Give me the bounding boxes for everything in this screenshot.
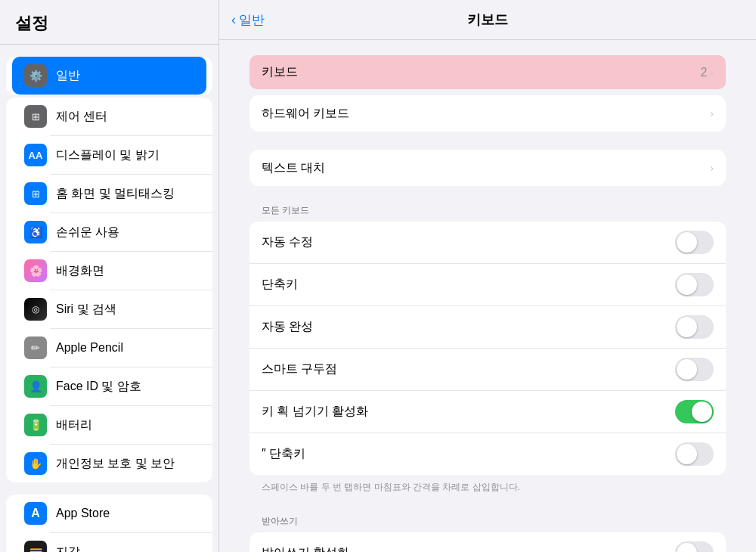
hardware-keyboard-row[interactable]: 하드웨어 키보드 ›	[249, 95, 726, 132]
key-flick-row: 키 획 넘기기 활성화	[249, 391, 726, 433]
smart-punctuation-row: 스마트 구두점	[249, 349, 726, 391]
display-icon: AA	[24, 144, 47, 166]
apple-pencil-icon: ✏	[24, 336, 47, 359]
shortcuts-label: 단축키	[262, 277, 675, 293]
sidebar-item-wallet[interactable]: 💳 지갑	[12, 533, 206, 552]
sidebar-item-battery[interactable]: 🔋 배터리	[12, 406, 206, 444]
toggle-knob	[677, 317, 697, 337]
text-replace-chevron: ›	[710, 162, 714, 174]
shortcuts-row: 단축키	[249, 264, 726, 306]
sidebar-item-label: 홈 화면 및 멀티태스킹	[56, 186, 175, 202]
dictation-enable-toggle[interactable]	[675, 541, 714, 552]
sidebar-item-label: 일반	[56, 68, 80, 84]
sidebar-item-label: Face ID 및 암호	[56, 379, 141, 395]
smart-punctuation-toggle[interactable]	[675, 358, 714, 381]
settings-content: 키보드 2 › 하드웨어 키보드 › 텍스트 대치 ›	[219, 40, 756, 552]
double-space-label: ″ 단축키	[262, 446, 675, 462]
wallpaper-icon: 🌸	[24, 259, 47, 282]
double-space-note: 스페이스 바를 두 번 탭하면 마침표와 간격을 차례로 삽입합니다.	[249, 478, 726, 497]
sidebar-item-faceid[interactable]: 👤 Face ID 및 암호	[12, 367, 206, 405]
keyboard-row-value: 2	[700, 66, 707, 79]
main-content: ‹ 일반 키보드 키보드 2 › 하드웨어 키보드 ›	[219, 0, 756, 552]
toggle-knob	[677, 444, 697, 464]
toggle-knob	[677, 543, 697, 552]
toggle-knob	[677, 232, 697, 253]
dictation-label: 받아쓰기	[249, 515, 726, 528]
keyboard-row-label: 키보드	[262, 64, 700, 80]
key-flick-label: 키 획 넘기기 활성화	[262, 404, 675, 420]
all-keyboards-card: 자동 수정 단축키 자동 완성	[249, 222, 726, 475]
double-space-toggle[interactable]	[675, 442, 714, 466]
nav-settings-card: 하드웨어 키보드 ›	[249, 95, 726, 132]
all-keyboards-label: 모든 키보드	[249, 204, 726, 217]
auto-correct-label: 자동 수정	[262, 234, 675, 250]
toggle-knob	[692, 402, 712, 422]
homescreen-icon: ⊞	[24, 182, 47, 205]
sidebar-item-label: 배터리	[56, 417, 92, 433]
dictation-enable-row: 받아쓰기 활성화	[249, 532, 726, 552]
text-replace-card: 텍스트 대치 ›	[249, 150, 726, 186]
sidebar-item-label: App Store	[56, 507, 110, 520]
sidebar-header: 설정	[0, 0, 218, 45]
sidebar: 설정 ⚙️ 일반 ⊞ 제어 센터 AA 디스플레이 및 밝기 ⊞ 홈 화면 및 …	[0, 0, 219, 552]
sidebar-item-label: 개인정보 보호 및 보안	[56, 456, 175, 472]
key-flick-toggle[interactable]	[675, 400, 714, 423]
sidebar-item-control-center[interactable]: ⊞ 제어 센터	[12, 98, 206, 135]
auto-correct-toggle[interactable]	[675, 231, 714, 254]
sidebar-item-label: Siri 및 검색	[56, 302, 116, 318]
sidebar-item-siri[interactable]: ◎ Siri 및 검색	[12, 290, 206, 328]
sidebar-item-label: 지갑	[56, 544, 80, 553]
control-center-icon: ⊞	[24, 105, 47, 128]
sidebar-item-wallpaper[interactable]: 🌸 배경화면	[12, 252, 206, 290]
dictation-enable-label: 받아쓰기 활성화	[262, 545, 675, 552]
shortcuts-toggle[interactable]	[675, 273, 714, 296]
sidebar-item-label: 배경화면	[56, 263, 104, 279]
keyboard-chevron-icon: ›	[710, 67, 714, 79]
toggle-knob	[677, 274, 697, 295]
auto-correct-row: 자동 수정	[249, 222, 726, 264]
keyboard-highlighted-row[interactable]: 키보드 2 ›	[249, 55, 726, 89]
auto-complete-toggle[interactable]	[675, 315, 714, 339]
smart-punctuation-label: 스마트 구두점	[262, 361, 675, 377]
double-space-row: ″ 단축키	[249, 433, 726, 475]
main-header: ‹ 일반 키보드	[219, 0, 756, 40]
text-replace-row[interactable]: 텍스트 대치 ›	[249, 150, 726, 186]
sidebar-item-label: Apple Pencil	[56, 341, 123, 355]
hardware-keyboard-chevron: ›	[710, 107, 714, 119]
sidebar-item-general[interactable]: ⚙️ 일반	[12, 57, 206, 95]
sidebar-item-homescreen[interactable]: ⊞ 홈 화면 및 멀티태스킹	[12, 175, 206, 212]
back-chevron-icon: ‹	[231, 12, 236, 28]
general-icon: ⚙️	[24, 64, 47, 87]
sidebar-item-label: 디스플레이 및 밝기	[56, 147, 160, 163]
back-button[interactable]: ‹ 일반	[231, 11, 265, 29]
hardware-keyboard-label: 하드웨어 키보드	[262, 106, 710, 122]
sidebar-item-display[interactable]: AA 디스플레이 및 밝기	[12, 136, 206, 174]
auto-complete-label: 자동 완성	[262, 319, 675, 335]
appstore-icon: A	[24, 502, 47, 525]
auto-complete-row: 자동 완성	[249, 306, 726, 349]
accessibility-icon: ♿	[24, 221, 47, 243]
siri-icon: ◎	[24, 298, 47, 321]
sidebar-item-appstore[interactable]: A App Store	[12, 495, 206, 532]
dictation-card: 받아쓰기 활성화	[249, 532, 726, 552]
faceid-icon: 👤	[24, 375, 47, 398]
page-title: 키보드	[467, 11, 508, 29]
text-replace-label: 텍스트 대치	[262, 160, 710, 176]
sidebar-item-apple-pencil[interactable]: ✏ Apple Pencil	[12, 329, 206, 367]
sidebar-item-label: 손쉬운 사용	[56, 225, 119, 240]
battery-icon: 🔋	[24, 414, 47, 436]
sidebar-item-privacy[interactable]: ✋ 개인정보 보호 및 보안	[12, 445, 206, 482]
wallet-icon: 💳	[24, 541, 47, 552]
sidebar-item-accessibility[interactable]: ♿ 손쉬운 사용	[12, 213, 206, 251]
privacy-icon: ✋	[24, 452, 47, 475]
toggle-knob	[677, 359, 697, 380]
back-label: 일반	[239, 11, 265, 29]
sidebar-item-label: 제어 센터	[56, 109, 107, 125]
